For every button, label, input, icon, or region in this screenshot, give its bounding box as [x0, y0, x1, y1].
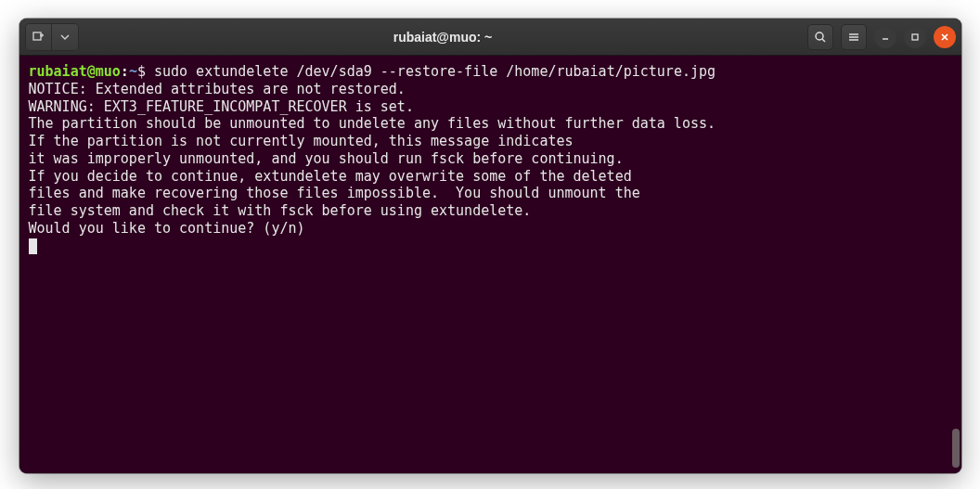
- prompt-dollar: $: [137, 63, 154, 80]
- output-line: If the partition is not currently mounte…: [29, 133, 952, 150]
- output-line: file system and check it with fsck befor…: [29, 202, 952, 220]
- window-title: rubaiat@muo: ~: [84, 30, 802, 45]
- output-line: Would you like to continue? (y/n): [29, 220, 952, 238]
- new-tab-button[interactable]: [26, 24, 52, 50]
- hamburger-menu-button[interactable]: [841, 24, 867, 50]
- command-text: sudo extundelete /dev/sda9 --restore-fil…: [154, 63, 716, 80]
- search-button[interactable]: [807, 24, 833, 50]
- new-tab-group: [25, 23, 79, 51]
- cursor: [29, 238, 37, 254]
- output-line: The partition should be unmounted to und…: [29, 115, 952, 133]
- close-button[interactable]: [934, 26, 956, 48]
- scrollbar-thumb[interactable]: [952, 429, 960, 468]
- svg-point-3: [816, 32, 823, 40]
- output-line: If you decide to continue, extundelete m…: [29, 168, 952, 186]
- output-line: files and make recovering those files im…: [29, 185, 952, 202]
- svg-rect-0: [33, 32, 41, 40]
- search-icon: [814, 31, 827, 44]
- maximize-icon: [910, 32, 920, 42]
- terminal-window: rubaiat@muo: ~: [19, 19, 961, 473]
- titlebar: rubaiat@muo: ~: [19, 19, 961, 56]
- minimize-button[interactable]: [874, 26, 896, 48]
- minimize-icon: [881, 32, 890, 42]
- svg-line-4: [822, 39, 825, 42]
- prompt-user-host: rubaiat@muo: [29, 63, 121, 80]
- svg-rect-9: [912, 34, 918, 40]
- titlebar-left-controls: [25, 23, 79, 51]
- new-tab-icon: [32, 31, 45, 44]
- output-line: NOTICE: Extended attributes are not rest…: [29, 81, 952, 98]
- chevron-down-icon: [60, 32, 70, 42]
- new-tab-dropdown[interactable]: [52, 24, 78, 50]
- titlebar-right-controls: [807, 24, 956, 50]
- cursor-line: [29, 238, 952, 255]
- prompt-colon: :: [121, 63, 129, 80]
- hamburger-icon: [847, 31, 860, 44]
- prompt-line: rubaiat@muo:~$ sudo extundelete /dev/sda…: [29, 63, 952, 81]
- terminal-body[interactable]: rubaiat@muo:~$ sudo extundelete /dev/sda…: [19, 56, 961, 473]
- prompt-path: ~: [129, 63, 137, 80]
- maximize-button[interactable]: [904, 26, 926, 48]
- output-line: it was improperly unmounted, and you sho…: [29, 150, 952, 168]
- close-icon: [940, 32, 949, 42]
- output-line: WARNING: EXT3_FEATURE_INCOMPAT_RECOVER i…: [29, 98, 952, 116]
